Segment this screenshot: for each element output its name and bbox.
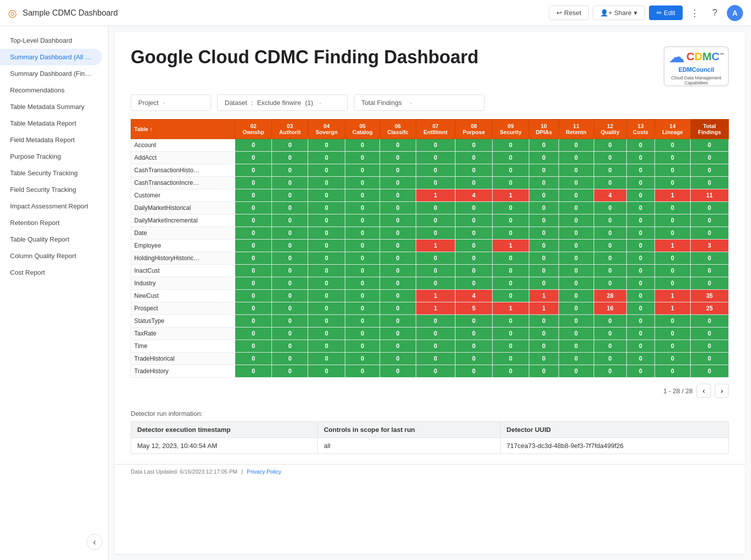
cell-c07: 0 [416, 252, 455, 265]
sidebar-item-field-metadata-report[interactable]: Field Metadata Report [0, 132, 102, 148]
cell-c09: 1 [492, 240, 529, 252]
cell-c12: 0 [594, 353, 626, 365]
project-filter-label: Project [138, 99, 158, 106]
pagination-prev[interactable]: ‹ [697, 384, 711, 398]
cell-c06: 0 [380, 189, 416, 202]
project-filter[interactable]: Project - [131, 94, 211, 111]
cell-c03: 0 [272, 277, 308, 290]
col-header-10[interactable]: 10DPIAs [529, 120, 558, 139]
cell-c14: 0 [655, 340, 691, 353]
cell-c10: 0 [529, 152, 558, 164]
sidebar-item-summary-finding[interactable]: Summary Dashboard (Finding… [0, 65, 102, 82]
col-header-total[interactable]: TotalFindings [690, 120, 728, 139]
cell-c02: 0 [235, 340, 272, 353]
sidebar-item-impact-assessment[interactable]: Impact Assessment Report [0, 198, 102, 214]
pagination-next[interactable]: › [715, 384, 729, 398]
cell-c02: 0 [235, 139, 272, 152]
sidebar-item-table-metadata-summary[interactable]: Table Metadata Summary [0, 98, 102, 115]
cell-c12: 0 [594, 164, 626, 177]
table-row[interactable]: DailyMarketHistorical00000000000000 [131, 202, 729, 214]
cell-c09: 0 [492, 365, 529, 378]
sidebar-item-column-quality-report[interactable]: Column Quality Report [0, 248, 102, 264]
sidebar: Top-Level Dashboard Summary Dashboard (A… [0, 26, 109, 560]
cell-table: Industry [131, 277, 235, 290]
col-header-07[interactable]: 07EntItlmnt [416, 120, 455, 139]
cell-total: 0 [690, 152, 728, 164]
edit-button[interactable]: ✏ Edit [649, 6, 683, 20]
cell-c10: 1 [529, 302, 558, 315]
cell-c02: 0 [235, 327, 272, 340]
more-options-button[interactable]: ⋮ [687, 5, 703, 21]
col-header-11[interactable]: 11Retentn [558, 120, 594, 139]
sidebar-item-retention-report[interactable]: Retention Report [0, 214, 102, 231]
sidebar-item-purpose-tracking[interactable]: Purpose Tracking [0, 148, 102, 165]
privacy-policy-link[interactable]: Privacy Policy [247, 469, 281, 475]
pagination-info: 1 - 28 / 28 [663, 387, 693, 395]
sidebar-item-summary-all[interactable]: Summary Dashboard (All Data) [0, 49, 102, 65]
cell-c10: 0 [529, 353, 558, 365]
col-header-13[interactable]: 13Costs [626, 120, 654, 139]
table-row[interactable]: HoldingHistoryHistoric…00000000000000 [131, 252, 729, 265]
table-row[interactable]: Industry00000000000000 [131, 277, 729, 290]
table-row[interactable]: TaxRate00000000000000 [131, 327, 729, 340]
col-header-06[interactable]: 06Classifc [380, 120, 416, 139]
cell-c07: 0 [416, 164, 455, 177]
cell-c06: 0 [380, 152, 416, 164]
col-header-04[interactable]: 04Sovergn [308, 120, 345, 139]
sidebar-item-table-security-tracking[interactable]: Table Security Tracking [0, 165, 102, 181]
sidebar-item-recommendations[interactable]: Recommendations [0, 82, 102, 98]
table-row[interactable]: InactCust00000000000000 [131, 265, 729, 277]
table-row[interactable]: CashTransactionIncre…00000000000000 [131, 177, 729, 189]
table-row[interactable]: Customer000001410040111 [131, 189, 729, 202]
sidebar-collapse-button[interactable]: ‹ [86, 534, 103, 550]
table-row[interactable]: Employee00000101000013 [131, 240, 729, 252]
sidebar-item-field-security-tracking[interactable]: Field Security Tracking [0, 181, 102, 198]
sidebar-item-top-level[interactable]: Top-Level Dashboard [0, 32, 102, 49]
cdmc-letters: CDMC™ [687, 50, 724, 63]
cell-c14: 0 [655, 164, 691, 177]
dataset-filter[interactable]: Dataset : Exclude finwire (1) - [217, 94, 348, 111]
cell-total: 0 [690, 353, 728, 365]
col-header-14[interactable]: 14Lineage [655, 120, 691, 139]
cell-c06: 0 [380, 214, 416, 227]
cell-c03: 0 [272, 152, 308, 164]
col-header-02[interactable]: 02Ownshp [235, 120, 272, 139]
share-button[interactable]: 👤+ Share ▾ [593, 6, 644, 20]
table-row[interactable]: Account00000000000000 [131, 139, 729, 152]
table-row[interactable]: Prospect0000015110160125 [131, 302, 729, 315]
cell-table: InactCust [131, 265, 235, 277]
table-row[interactable]: Time00000000000000 [131, 340, 729, 353]
cell-c11: 0 [558, 189, 594, 202]
table-row[interactable]: AddAcct00000000000000 [131, 152, 729, 164]
col-header-12[interactable]: 12Quality [594, 120, 626, 139]
table-row[interactable]: CashTransactionHisto…00000000000000 [131, 164, 729, 177]
sidebar-item-table-metadata-report[interactable]: Table Metadata Report [0, 115, 102, 132]
cell-c08: 0 [455, 164, 493, 177]
cell-c07: 1 [416, 290, 455, 302]
table-row[interactable]: DailyMarketIncremental00000000000000 [131, 214, 729, 227]
cell-c03: 0 [272, 365, 308, 378]
cell-c10: 0 [529, 315, 558, 327]
cell-c11: 0 [558, 252, 594, 265]
cell-c03: 0 [272, 265, 308, 277]
table-row[interactable]: Date00000000000000 [131, 227, 729, 240]
cell-c14: 1 [655, 290, 691, 302]
cell-total: 0 [690, 177, 728, 189]
col-header-03[interactable]: 03Authorit [272, 120, 308, 139]
sidebar-item-table-quality-report[interactable]: Table Quality Report [0, 231, 102, 248]
help-button[interactable]: ? [707, 5, 723, 21]
col-header-05[interactable]: 05Catalog [345, 120, 380, 139]
col-header-table[interactable]: Table ↑ [131, 120, 235, 139]
table-header-row: Table ↑ 02Ownshp 03Authorit 04Sovergn 05… [131, 120, 729, 139]
table-row[interactable]: TradeHistorical00000000000000 [131, 353, 729, 365]
sidebar-item-cost-report[interactable]: Cost Report [0, 264, 102, 281]
avatar[interactable]: A [727, 5, 743, 21]
reset-button[interactable]: ↩ Reset [549, 6, 589, 20]
table-row[interactable]: StatusType00000000000000 [131, 315, 729, 327]
findings-filter[interactable]: Total Findings - [354, 94, 485, 111]
col-header-08[interactable]: 08Purpose [455, 120, 493, 139]
table-row[interactable]: NewCust0000014010280135 [131, 290, 729, 302]
cell-c05: 0 [345, 265, 380, 277]
table-row[interactable]: TradeHistory00000000000000 [131, 365, 729, 378]
col-header-09[interactable]: 09Security [492, 120, 529, 139]
